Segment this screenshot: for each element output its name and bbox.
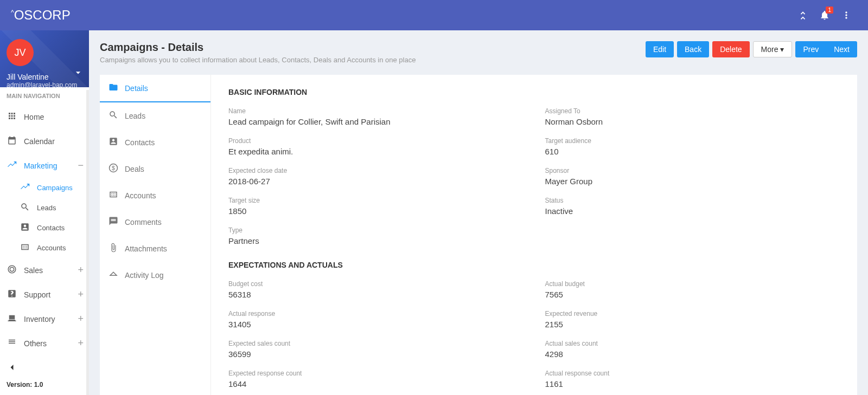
field: TypePartners xyxy=(228,226,524,245)
field-label: Actual response count xyxy=(545,370,840,377)
notifications-icon[interactable]: 1 xyxy=(814,4,835,26)
tab-comments[interactable]: Comments xyxy=(100,209,210,235)
field-label: Status xyxy=(545,197,840,204)
leads-icon xyxy=(20,202,30,213)
deals-icon: $ xyxy=(108,163,119,174)
sidebar-item-leads[interactable]: Leads xyxy=(13,198,89,218)
field: Expected close date2018-06-27 xyxy=(228,167,524,186)
sidebar-item-inventory[interactable]: Inventory+ xyxy=(0,307,89,331)
edit-button[interactable]: Edit xyxy=(646,41,674,57)
field: Actual budget7565 xyxy=(545,280,840,299)
field-value: 31405 xyxy=(228,320,524,329)
user-email: admin@laravel-bap.com xyxy=(7,81,82,87)
field-value: Inactive xyxy=(545,206,840,216)
expand-icon: + xyxy=(78,289,84,300)
field: Target audience610 xyxy=(545,137,840,156)
delete-button[interactable]: Delete xyxy=(712,41,749,57)
tab-attachments[interactable]: Attachments xyxy=(100,235,210,262)
campaigns-icon xyxy=(20,182,30,193)
field-value: 610 xyxy=(545,147,840,156)
support-icon xyxy=(7,289,17,300)
brand-logo[interactable]: ^OSCORP xyxy=(11,8,71,23)
field-label: Sponsor xyxy=(545,167,840,174)
avatar: JV xyxy=(7,39,34,66)
field: ProductEt expedita animi. xyxy=(228,137,524,156)
tab-details[interactable]: Details xyxy=(100,75,210,102)
accounts-icon xyxy=(20,242,30,254)
page-subtitle: Campaigns allows you to collect informat… xyxy=(100,56,416,64)
section-expectations-title: EXPECTATIONS AND ACTUALS xyxy=(228,261,840,269)
field-value: 4298 xyxy=(545,349,840,359)
activity-log-icon xyxy=(108,269,119,281)
comments-icon xyxy=(108,216,119,228)
field-label: Actual budget xyxy=(545,280,840,288)
field-value: Partners xyxy=(228,236,524,245)
field-label: Actual sales count xyxy=(545,340,840,347)
user-panel[interactable]: JV Jill Valentine admin@laravel-bap.com xyxy=(0,30,89,87)
field-label: Assigned To xyxy=(545,107,840,115)
field: StatusInactive xyxy=(545,197,840,216)
back-icon[interactable] xyxy=(7,362,82,375)
back-button[interactable]: Back xyxy=(677,41,709,57)
field-value: 2018-06-27 xyxy=(228,177,524,186)
leads-icon xyxy=(108,110,119,121)
field-label: Name xyxy=(228,107,524,115)
main-content: Campaigns - Details Campaigns allows you… xyxy=(89,30,868,395)
field: NameLead campaign for Collier, Swift and… xyxy=(228,107,524,126)
more-vert-icon[interactable] xyxy=(835,4,857,26)
caret-down-icon: ▾ xyxy=(780,45,784,54)
sidebar-item-marketing[interactable]: Marketing− xyxy=(0,153,89,178)
next-button[interactable]: Next xyxy=(826,41,857,57)
field-value: 2155 xyxy=(545,320,840,329)
field-value: 1850 xyxy=(228,206,524,216)
sidebar-item-sales[interactable]: Sales+ xyxy=(0,258,89,282)
sidebar-item-others[interactable]: Others+ xyxy=(0,331,89,355)
merge-icon[interactable] xyxy=(792,4,814,26)
sidebar-item-support[interactable]: Support+ xyxy=(0,282,89,307)
field-label: Actual response xyxy=(228,310,524,318)
field-label: Expected close date xyxy=(228,167,524,174)
contacts-icon xyxy=(20,222,30,234)
field-value: 36599 xyxy=(228,349,524,359)
svg-text:$: $ xyxy=(112,165,115,171)
nav-header: MAIN NAVIGATION xyxy=(0,87,89,105)
sidebar: JV Jill Valentine admin@laravel-bap.com … xyxy=(0,30,89,395)
user-name: Jill Valentine xyxy=(7,73,82,81)
field-label: Expected response count xyxy=(228,370,524,377)
sidebar-item-contacts[interactable]: Contacts xyxy=(13,218,89,238)
more-button[interactable]: More ▾ xyxy=(753,41,793,57)
field-value: Lead campaign for Collier, Swift and Par… xyxy=(228,117,524,126)
contacts-icon xyxy=(108,137,119,148)
attachments-icon xyxy=(108,243,119,254)
tab-leads[interactable]: Leads xyxy=(100,102,210,129)
tab-contacts[interactable]: Contacts xyxy=(100,129,210,156)
sidebar-item-home[interactable]: Home xyxy=(0,105,89,129)
accounts-icon xyxy=(108,190,119,201)
field: Expected sales count36599 xyxy=(228,340,524,359)
field: Target size1850 xyxy=(228,197,524,216)
sidebar-item-accounts[interactable]: Accounts xyxy=(13,238,89,258)
field-label: Expected sales count xyxy=(228,340,524,347)
marketing-icon xyxy=(7,160,17,171)
calendar-icon xyxy=(7,135,17,147)
field-value: Mayer Group xyxy=(545,177,840,186)
field: Budget cost56318 xyxy=(228,280,524,299)
field-value: 1644 xyxy=(228,379,524,388)
tab-accounts[interactable]: Accounts xyxy=(100,182,210,209)
prev-button[interactable]: Prev xyxy=(795,41,826,57)
field-label: Type xyxy=(228,226,524,234)
chevron-down-icon[interactable] xyxy=(73,67,84,80)
field-label: Expected revenue xyxy=(545,310,840,318)
field: Assigned ToNorman Osborn xyxy=(545,107,840,126)
others-icon xyxy=(7,338,17,349)
sidebar-item-campaigns[interactable]: Campaigns xyxy=(13,178,89,198)
notification-badge: 1 xyxy=(826,7,833,14)
tab-deals[interactable]: $Deals xyxy=(100,156,210,182)
sidebar-item-calendar[interactable]: Calendar xyxy=(0,129,89,153)
field-label: Product xyxy=(228,137,524,145)
field-label: Target audience xyxy=(545,137,840,145)
field-value: 7565 xyxy=(545,290,840,299)
page-title: Campaigns - Details xyxy=(100,41,416,54)
field-label: Target size xyxy=(228,197,524,204)
tab-activity-log[interactable]: Activity Log xyxy=(100,262,210,288)
